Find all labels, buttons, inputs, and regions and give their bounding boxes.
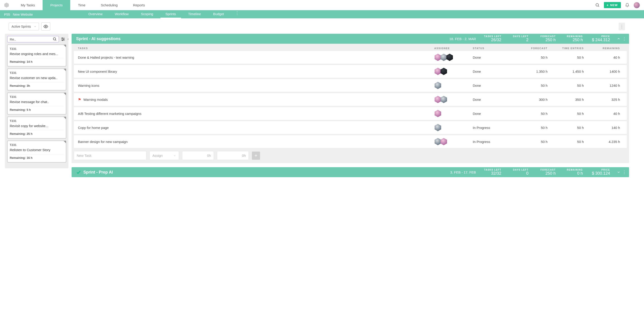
- new-task-hours-2[interactable]: 0h: [217, 151, 249, 160]
- backlog-search-input[interactable]: [10, 38, 53, 41]
- task-row[interactable]: A/B Testing different marketing campaign…: [74, 107, 627, 120]
- new-task-hours-1[interactable]: 0h: [182, 151, 214, 160]
- svg-line-1: [598, 6, 599, 6]
- task-remaining: 140 h: [584, 126, 620, 130]
- metric-days-left: DAYS LEFT0: [507, 168, 532, 176]
- sprint-date-range: 3. FEB - 17. FEB: [450, 170, 477, 174]
- tab-overview[interactable]: Overview: [83, 10, 108, 18]
- col-status: STATUS: [473, 47, 511, 50]
- sprint-toggle-icon[interactable]: [617, 170, 620, 174]
- task-row[interactable]: Copy for home pageIn Progress50 h50 h140…: [74, 121, 627, 134]
- search-icon: [53, 37, 57, 41]
- tab-workflow[interactable]: Workflow: [110, 10, 134, 18]
- assignee-avatar: [434, 96, 442, 103]
- metric-forecast: FORECAST250 h: [534, 35, 559, 42]
- assignee-avatar: [434, 68, 442, 75]
- backlog-card[interactable]: T231Revise message for chat..Remaining: …: [7, 93, 66, 114]
- svg-point-12: [62, 40, 63, 40]
- assignee-avatar: [440, 138, 448, 145]
- svg-point-8: [62, 38, 62, 38]
- task-name: Warning icons: [78, 84, 99, 88]
- task-table-header: TASKSASSIGNEESTATUSFORECASTTIME ENTRIESR…: [72, 44, 629, 51]
- body: Active Sprints ⋮: [0, 18, 644, 181]
- topnav-my-tasks[interactable]: My Tasks: [13, 0, 42, 10]
- filter-icon[interactable]: [61, 37, 65, 42]
- backlog-card-remaining: Remaining: 14 h: [10, 58, 64, 64]
- new-task-input[interactable]: New Task: [74, 151, 146, 160]
- task-row[interactable]: Done & Halted projects - text warningDon…: [74, 51, 627, 64]
- user-avatar[interactable]: [634, 2, 640, 8]
- task-row[interactable]: New UI component libraryDone1.350 h1.450…: [74, 65, 627, 78]
- sprint-more-icon[interactable]: ⋮: [622, 170, 626, 175]
- new-task-assign[interactable]: Assign: [150, 151, 179, 160]
- sprint-date-range: 18. FEB - 2. MAR: [449, 37, 477, 41]
- task-time: 350 h: [548, 98, 584, 102]
- svg-point-5: [53, 38, 56, 40]
- backlog-card-remaining: Remaining: 16 h: [10, 154, 64, 160]
- metric-tasks-left: TASKS LEFT26/32: [480, 35, 504, 42]
- backlog-card-title: Relisten to Customer Story: [10, 148, 64, 152]
- top-nav: My Tasks Projects Time Scheduling Report…: [0, 0, 644, 10]
- backlog-search[interactable]: [7, 36, 59, 42]
- sprint-toggle-icon[interactable]: [617, 37, 620, 40]
- assignee-avatar: [434, 124, 442, 131]
- project-tabs-more-icon[interactable]: ⋮: [231, 10, 243, 18]
- toolbar: Active Sprints ⋮: [0, 22, 644, 34]
- backlog-card-remaining: Remaining: 5 h: [10, 106, 64, 112]
- tab-timeline[interactable]: Timeline: [183, 10, 206, 18]
- tab-scoping[interactable]: Scoping: [136, 10, 158, 18]
- task-name: Copy for home page: [78, 126, 109, 130]
- sprint-block: Sprint - AI suggestions18. FEB - 2. MART…: [72, 34, 629, 163]
- task-remaining: 4.235 h: [584, 140, 620, 144]
- chevron-down-icon: [34, 25, 36, 28]
- sprint-filter-select[interactable]: Active Sprints: [8, 23, 39, 30]
- task-time: 50 h: [548, 140, 584, 144]
- metric-tasks-left: TASKS LEFT32/32: [480, 168, 504, 176]
- task-name: A/B Testing different marketing campaign…: [78, 112, 141, 116]
- app-logo[interactable]: [0, 3, 13, 8]
- sprint-header[interactable]: Sprint - AI suggestions18. FEB - 2. MART…: [72, 34, 629, 44]
- backlog-card-remaining: Remaining: 25 h: [10, 130, 64, 136]
- task-name: Warning modals: [83, 98, 108, 102]
- task-row[interactable]: ⚑Warning modalsDone300 h350 h325 h: [74, 93, 627, 106]
- bell-icon[interactable]: [624, 2, 630, 8]
- sprint-block: Sprint - Prep AI3. FEB - 17. FEBTASKS LE…: [72, 167, 629, 177]
- sprint-complete-icon: [76, 170, 81, 175]
- page-more-menu[interactable]: ⋮: [619, 23, 625, 30]
- task-status: Done: [473, 56, 511, 59]
- assignee-avatar: [434, 110, 442, 117]
- backlog-search-row: [7, 36, 66, 42]
- backlog-card[interactable]: T231Relisten to Customer StoryRemaining:…: [7, 141, 66, 162]
- new-task-add-button[interactable]: +: [252, 152, 260, 160]
- task-row[interactable]: Warning iconsDone50 h50 h1240 h: [74, 79, 627, 92]
- backlog-panel: T231Revise ongoing roles and mes...Remai…: [5, 34, 68, 168]
- metric-forecast: FORECAST250 h: [534, 168, 559, 176]
- visibility-toggle[interactable]: [41, 22, 50, 30]
- svg-line-6: [55, 40, 56, 40]
- search-icon[interactable]: [595, 2, 600, 8]
- backlog-card-title: Revise customer on new upda..: [10, 76, 64, 80]
- task-time: 50 h: [548, 126, 584, 130]
- backlog-card[interactable]: T231Revise ongoing roles and mes...Remai…: [7, 45, 66, 66]
- project-breadcrumb: P55 New Website: [0, 12, 83, 16]
- tab-budget[interactable]: Budget: [208, 10, 229, 18]
- new-button[interactable]: NEW: [604, 2, 621, 8]
- task-status: In Progress: [473, 140, 511, 144]
- tab-sprints[interactable]: Sprints: [160, 10, 181, 18]
- columns: T231Revise ongoing roles and mes...Remai…: [0, 34, 644, 181]
- col-assignee: ASSIGNEE: [434, 47, 473, 50]
- task-row[interactable]: Banner design for new campaignIn Progres…: [74, 135, 627, 148]
- topnav-projects[interactable]: Projects: [42, 0, 70, 10]
- topnav-scheduling[interactable]: Scheduling: [93, 0, 125, 10]
- backlog-card-id: T231: [10, 95, 64, 98]
- assignee-avatar: [440, 54, 448, 61]
- backlog-card[interactable]: T231Revisit copy for website...Remaining…: [7, 117, 66, 138]
- backlog-card[interactable]: T231Revise customer on new upda..Remaini…: [7, 69, 66, 90]
- topnav-time[interactable]: Time: [70, 0, 93, 10]
- svg-point-0: [596, 4, 598, 6]
- topnav-reports[interactable]: Reports: [125, 0, 153, 10]
- assignee-group: [434, 96, 473, 103]
- sprint-more-icon[interactable]: ⋮: [622, 36, 626, 41]
- task-status: In Progress: [473, 126, 511, 130]
- sprint-header[interactable]: Sprint - Prep AI3. FEB - 17. FEBTASKS LE…: [72, 167, 629, 177]
